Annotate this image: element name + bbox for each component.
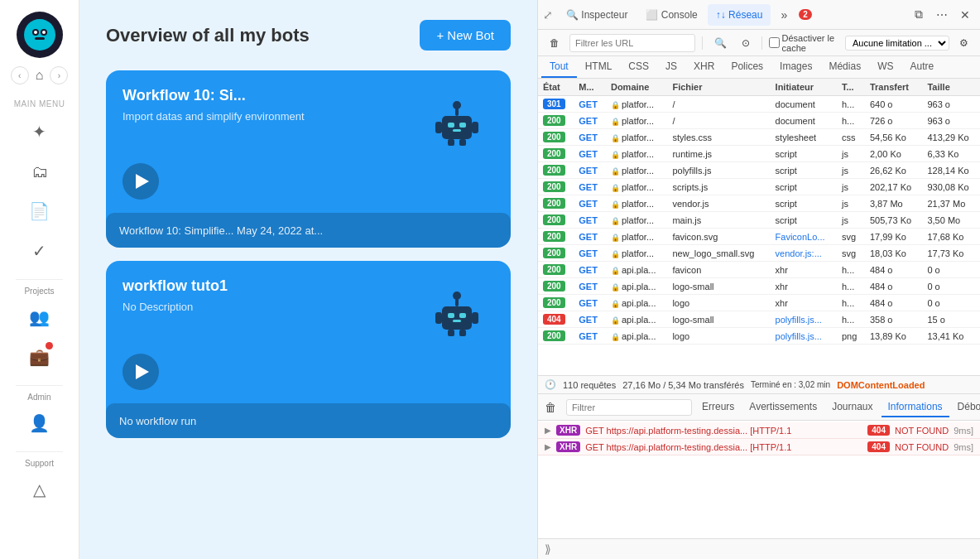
initiator-cell: script: [776, 149, 797, 159]
console-time: 9ms]: [954, 442, 973, 452]
console-tab-informations[interactable]: Informations: [882, 398, 949, 417]
console-filter-input[interactable]: [566, 399, 692, 416]
table-row[interactable]: 200GET🔒api.pla...logoxhrh...484 o0 o: [538, 295, 980, 311]
console-expand-icon[interactable]: ▶: [545, 426, 551, 435]
svg-rect-22: [435, 312, 442, 324]
console-tab-avertissements[interactable]: Avertissements: [742, 398, 824, 417]
domain-cell: 🔒platfor...: [611, 199, 654, 209]
sidebar-icon-network[interactable]: ✦: [22, 113, 58, 150]
cache-checkbox[interactable]: Désactiver le cache: [769, 33, 840, 53]
table-row[interactable]: 404GET🔒api.pla...logo-smallpolyfills.js.…: [538, 311, 980, 328]
table-row[interactable]: 200GET🔒platfor...polyfills.jsscriptjs26,…: [538, 162, 980, 179]
net-tab-xhr[interactable]: XHR: [685, 56, 723, 78]
devtools-overflow-button[interactable]: ⋯: [932, 5, 952, 25]
sidebar-icon-users[interactable]: 👥: [22, 299, 58, 335]
transfer-cell: 202,17 Ko: [870, 182, 911, 192]
svg-rect-17: [448, 313, 454, 318]
type-cell: js: [842, 166, 848, 176]
svg-point-3: [34, 31, 37, 34]
net-tab-médias[interactable]: Médias: [820, 56, 869, 78]
table-row[interactable]: 200GET🔒platfor...runtime.jsscriptjs2,00 …: [538, 146, 980, 162]
admin-label: Admin: [27, 393, 50, 402]
devtools-tab-console[interactable]: ⬜ Console: [637, 4, 705, 26]
cache-toggle[interactable]: [769, 37, 780, 48]
nav-forward-button[interactable]: ›: [50, 66, 68, 84]
play-button-0[interactable]: [122, 163, 159, 200]
sidebar-icon-check[interactable]: ✓: [22, 233, 58, 269]
table-row[interactable]: 200GET🔒platfor...styles.cssstylesheetcss…: [538, 129, 980, 146]
expand-icon[interactable]: ⟫: [545, 542, 551, 556]
col-initiateur[interactable]: Initiateur: [771, 79, 837, 96]
console-tab-erreurs[interactable]: Erreurs: [695, 398, 741, 417]
domain-cell: 🔒platfor...: [611, 149, 654, 159]
devtools-dock-button[interactable]: ⧉: [909, 5, 929, 25]
col--tat[interactable]: État: [538, 79, 574, 96]
devtools-more-button[interactable]: »: [772, 3, 795, 27]
svg-rect-23: [472, 312, 478, 324]
table-row[interactable]: 200GET🔒platfor...scripts.jsscriptjs202,1…: [538, 179, 980, 195]
console-tab-débogage[interactable]: Débogage: [951, 398, 980, 417]
col-transfert[interactable]: Transfert: [865, 79, 923, 96]
initiator-link[interactable]: polyfills.js...: [776, 315, 822, 325]
method-cell: GET: [579, 149, 598, 159]
domain-cell: 🔒platfor...: [611, 133, 654, 142]
console-row: ▶ XHR GET https://api.platform-testing.d…: [538, 422, 980, 439]
col-domaine[interactable]: Domaine: [606, 79, 667, 96]
network-toolbar: 🗑 🔍 ⊙ Désactiver le cache Aucune limitat…: [538, 30, 980, 56]
col-t---[interactable]: T...: [837, 79, 865, 96]
col-m---[interactable]: M...: [574, 79, 606, 96]
net-tab-autre[interactable]: Autre: [901, 56, 942, 78]
console-expand-icon[interactable]: ▶: [545, 442, 551, 451]
console-tab-journaux[interactable]: Journaux: [825, 398, 879, 417]
devtools-tab-inspecteur[interactable]: 🔍 Inspecteur: [558, 4, 636, 26]
net-tab-polices[interactable]: Polices: [723, 56, 771, 78]
sidebar-icon-folder[interactable]: 🗂: [22, 153, 58, 190]
table-row[interactable]: 200GET🔒platfor.../documenth...726 o963 o: [538, 113, 980, 129]
devtools-tab-reseau[interactable]: ↑↓ Réseau: [708, 4, 771, 26]
net-tab-tout[interactable]: Tout: [541, 56, 577, 78]
dom-loaded-badge: DOMContentLoaded: [837, 380, 925, 390]
initiator-link[interactable]: vendor.js:...: [776, 248, 822, 258]
sidebar-icon-document[interactable]: 📄: [22, 193, 58, 229]
table-row[interactable]: 200GET🔒api.pla...logopolyfills.js...png1…: [538, 328, 980, 345]
table-row[interactable]: 200GET🔒api.pla...faviconxhrh...484 o0 o: [538, 262, 980, 278]
limitation-select[interactable]: Aucune limitation ...: [845, 36, 949, 51]
requests-count: 110 requêtes: [563, 380, 616, 390]
data-transferred: 27,16 Mo / 5,34 Mo transférés: [622, 380, 744, 390]
sidebar-icon-person[interactable]: 👤: [22, 405, 58, 441]
table-row[interactable]: 200GET🔒platfor...vendor.jsscriptjs3,87 M…: [538, 195, 980, 212]
clear-button[interactable]: 🗑: [545, 36, 564, 51]
status-badge: 200: [543, 248, 565, 258]
col-fichier[interactable]: Fichier: [667, 79, 770, 96]
net-tab-images[interactable]: Images: [771, 56, 820, 78]
nav-back-button[interactable]: ‹: [11, 66, 29, 84]
table-row[interactable]: 200GET🔒platfor...new_logo_small.svgvendo…: [538, 245, 980, 262]
console-delete-button[interactable]: 🗑: [545, 401, 556, 414]
sidebar-icon-triangle[interactable]: △: [22, 471, 58, 508]
net-tab-js[interactable]: JS: [657, 56, 685, 78]
new-bot-button[interactable]: + New Bot: [420, 20, 511, 51]
table-row[interactable]: 200GET🔒platfor...favicon.svgFaviconLo...…: [538, 229, 980, 245]
initiator-cell: script: [776, 166, 797, 176]
net-tab-html[interactable]: HTML: [577, 56, 621, 78]
load-time: Terminé en : 3,02 min: [751, 380, 830, 389]
filter-button[interactable]: ⊙: [737, 36, 755, 51]
settings-button[interactable]: ⚙: [954, 36, 973, 51]
play-button-1[interactable]: [122, 354, 159, 390]
home-icon[interactable]: ⌂: [36, 68, 44, 83]
table-row[interactable]: 200GET🔒platfor...main.jsscriptjs505,73 K…: [538, 212, 980, 229]
col-taille[interactable]: Taille: [922, 79, 980, 96]
svg-rect-15: [459, 139, 466, 146]
url-filter-input[interactable]: [569, 34, 695, 52]
initiator-link[interactable]: FaviconLo...: [776, 232, 825, 242]
type-cell: h...: [842, 116, 854, 126]
sidebar-icon-briefcase[interactable]: 💼: [22, 339, 58, 375]
initiator-link[interactable]: polyfills.js...: [776, 331, 822, 341]
devtools-close-button[interactable]: ✕: [955, 5, 975, 25]
table-row[interactable]: 301GET🔒platfor.../documenth...640 o963 o: [538, 96, 980, 113]
table-row[interactable]: 200GET🔒api.pla...logo-smallxhrh...484 o0…: [538, 278, 980, 295]
net-tab-css[interactable]: CSS: [620, 56, 657, 78]
search-button[interactable]: 🔍: [709, 36, 732, 51]
net-tab-ws[interactable]: WS: [869, 56, 901, 78]
projects-label: Projects: [24, 287, 54, 296]
